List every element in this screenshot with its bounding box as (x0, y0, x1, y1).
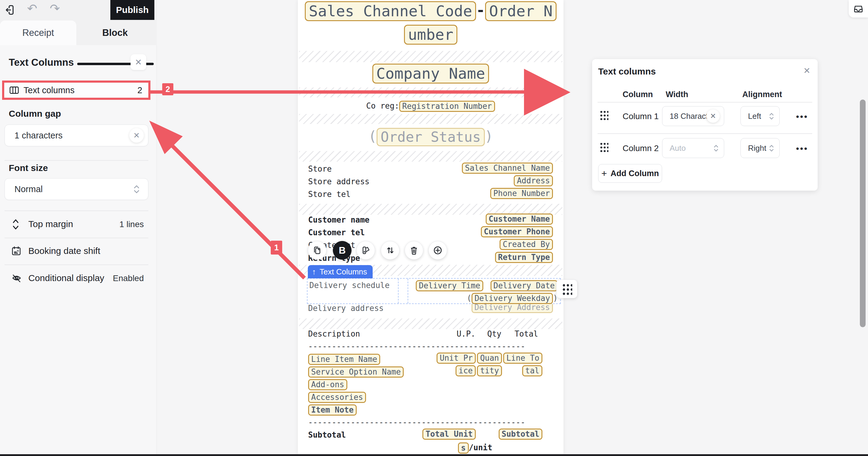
block-settings-title: Text Columns (9, 57, 74, 68)
column-header: Column (623, 90, 653, 99)
clear-column-gap-icon[interactable]: ✕ (129, 128, 144, 143)
template-tag[interactable]: Phone Number (490, 188, 553, 199)
sidebar-item-text-columns[interactable]: Text columns 2 (4, 83, 148, 97)
template-tag[interactable]: Delivery Time (416, 280, 483, 291)
column-gap-guide (398, 279, 399, 303)
template-tag[interactable]: Sales Channel Code (305, 1, 476, 21)
total-header: Total (515, 328, 538, 340)
add-column-button[interactable]: + Add Column (598, 164, 662, 183)
template-tag[interactable]: Company Name (372, 64, 489, 84)
template-tag[interactable]: umber (404, 25, 457, 44)
template-tag[interactable]: Quan (477, 353, 502, 364)
top-margin-row[interactable]: Top margin 1 lines (0, 216, 157, 233)
template-tag[interactable]: Customer Phone (481, 226, 553, 237)
style-swatch-button[interactable] (356, 241, 375, 260)
row-menu-icon[interactable]: ••• (796, 112, 808, 122)
template-tag[interactable]: tal (522, 365, 542, 376)
dashed-separator: ----------------------------------------… (308, 416, 553, 429)
column-gap-input[interactable]: 1 characters ✕ (4, 125, 148, 146)
template-tag[interactable]: Return Type (495, 252, 553, 263)
top-margin-label: Top margin (28, 219, 73, 229)
alignment-select[interactable]: Right (741, 138, 780, 158)
tab-receipt[interactable]: Receipt (0, 21, 76, 45)
template-tag[interactable]: Line Item Name (308, 354, 380, 365)
font-size-select[interactable]: Normal (4, 178, 148, 200)
inbox-button[interactable] (849, 0, 868, 18)
close-block-settings-button[interactable]: ✕ (130, 54, 146, 70)
row-drag-handle[interactable] (599, 142, 609, 154)
add-block-button[interactable] (428, 241, 447, 260)
alignment-value: Left (748, 112, 761, 121)
template-tag[interactable]: Item Note (308, 404, 356, 416)
clear-width-icon[interactable]: ✕ (706, 110, 720, 123)
publish-button[interactable]: Publish (110, 0, 154, 20)
template-tag[interactable]: s (458, 443, 469, 454)
receipt-header-line2: umber (298, 25, 563, 44)
template-tag[interactable]: Accessories (308, 392, 366, 403)
description-header: Description (308, 329, 360, 338)
text-columns-block[interactable]: Delivery schedule Delivery Time Delivery… (307, 278, 561, 304)
column-gap-guide (408, 279, 408, 303)
columns-icon (9, 85, 19, 95)
booking-date-shift-row[interactable]: Booking date shift (0, 243, 157, 260)
annotation-badge-1: 1 (271, 241, 282, 254)
left-sidebar: ↶ ↷ Publish Receipt Block Text Columns ✕… (0, 0, 157, 454)
template-tag[interactable]: Total Unit (423, 429, 476, 440)
subtotal-label: Subtotal (308, 430, 346, 439)
template-tag[interactable]: Delivery Date (491, 280, 558, 291)
tab-block[interactable]: Block (76, 21, 154, 45)
booking-date-shift-label: Booking date shift (28, 246, 100, 256)
template-tag[interactable]: Sales Channel Name (462, 162, 553, 174)
inbox-tray-icon (853, 4, 864, 14)
column2-line2: (Delivery Weekday) (467, 292, 558, 304)
template-tag[interactable]: Service Option Name (308, 366, 404, 377)
move-up-down-button[interactable] (381, 241, 400, 260)
top-margin-value: 1 lines (119, 219, 144, 229)
row-menu-icon[interactable]: ••• (796, 144, 808, 154)
divider (4, 160, 148, 161)
conditional-display-row[interactable]: Conditional display Enabled (0, 270, 157, 287)
template-tag[interactable]: Address (514, 175, 553, 186)
close-panel-icon[interactable]: ✕ (804, 66, 810, 76)
alignment-select[interactable]: Left (741, 106, 780, 126)
template-tag[interactable]: Created By (500, 239, 553, 250)
column-name: Column 1 (623, 112, 659, 121)
placeholder-stripe (299, 151, 562, 162)
selected-block-label[interactable]: ↑ Text Columns (308, 265, 373, 278)
duplicate-block-button[interactable] (308, 241, 327, 260)
template-tag[interactable]: Subtotal (499, 429, 542, 440)
undo-icon[interactable]: ↶ (27, 2, 37, 14)
block-drag-handle[interactable] (556, 280, 577, 298)
template-tag[interactable]: tity (477, 365, 502, 376)
dashed-separator: ----------------------------------------… (308, 340, 553, 353)
line-item-row5: Item Note (308, 403, 553, 416)
sidebar-item-label: Text columns (24, 85, 74, 95)
store-tel-row: Store tel Phone Number (308, 188, 553, 201)
subtotal-row: Subtotal Total Unit Subtotal (308, 429, 553, 441)
arrow-up-icon: ↑ (312, 267, 316, 277)
chevron-up-down-icon (133, 185, 140, 194)
exit-editor-icon[interactable] (5, 4, 16, 17)
column1-text: Delivery schedule (309, 279, 390, 291)
bold-button[interactable]: B (333, 241, 351, 260)
width-input[interactable]: 18 Characters ✕ (662, 106, 724, 126)
unfold-vertical-icon (11, 218, 20, 231)
row-drag-handle[interactable] (599, 110, 609, 122)
width-input[interactable]: Auto (662, 138, 724, 158)
line-item-row2: Service Option Name ice tity tal (308, 365, 553, 378)
template-tag[interactable]: Registration Number (399, 101, 495, 112)
template-tag[interactable]: Line To (503, 353, 542, 364)
template-tag[interactable]: Add-ons (308, 379, 347, 390)
template-tag[interactable]: Order Status (377, 128, 485, 146)
template-tag[interactable]: Order N (485, 1, 557, 21)
canvas-scrollbar[interactable] (860, 99, 866, 327)
redo-icon[interactable]: ↷ (50, 2, 60, 14)
template-tag[interactable]: Delivery Weekday (471, 293, 553, 304)
header-dash: - (476, 1, 485, 19)
calendar-icon (11, 245, 22, 257)
delete-block-button[interactable] (405, 241, 423, 260)
receipt-preview[interactable]: Sales Channel Code-Order N umber Company… (298, 0, 563, 454)
template-tag[interactable]: Unit Pr (437, 353, 476, 364)
template-tag[interactable]: ice (456, 365, 476, 376)
template-tag[interactable]: Customer Name (486, 214, 553, 225)
